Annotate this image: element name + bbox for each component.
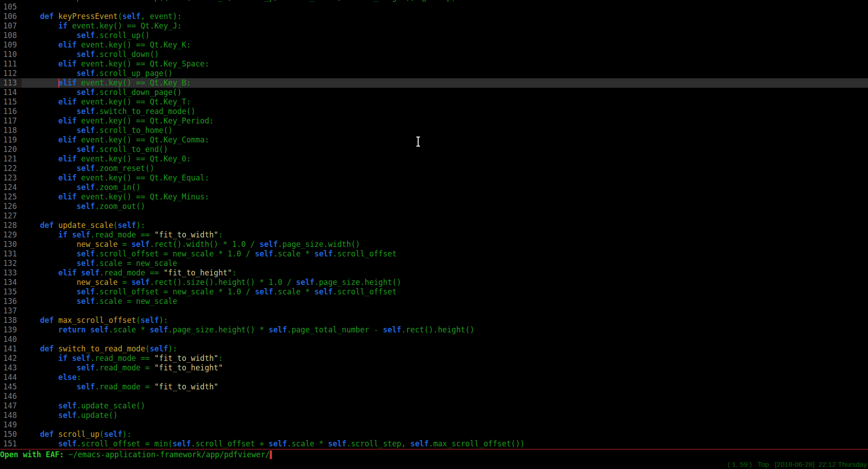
code-line-text[interactable]: self.update_scale() [22,401,868,411]
code-line[interactable]: 125 elif event.key() == Qt.Key_Minus: [0,192,868,202]
code-line[interactable]: 135 self.scroll_offset = new_scale * 1.0… [0,287,868,297]
code-line[interactable]: 144 else: [0,373,868,382]
code-line[interactable]: 139 return self.scale * self.page_size.h… [0,325,868,335]
code-line[interactable]: 124 self.zoom_in() [0,183,868,192]
code-line-text[interactable]: elif event.key() == Qt.Key_Space: [22,59,868,69]
code-line-text[interactable]: self.update() [22,411,868,420]
code-line[interactable]: 108 self.scroll_up() [0,31,868,40]
code-line[interactable]: 150 def scroll_up(self): [0,430,868,439]
code-line[interactable]: 123 elif event.key() == Qt.Key_Equal: [0,173,868,183]
code-line[interactable]: 133 elif self.read_mode == "fit_to_heigh… [0,268,868,278]
code-line-text[interactable] [22,420,868,430]
code-line-text[interactable]: self.scale = new_scale [22,297,868,306]
code-line-text[interactable]: self.scroll_up() [22,31,868,40]
code-line-text[interactable]: self.scroll_up_page() [22,69,868,78]
code-line[interactable]: 115 elif event.key() == Qt.Key_T: [0,97,868,107]
code-line[interactable]: 105 [0,2,868,12]
code-line-text[interactable]: self.scroll_down() [22,50,868,59]
code-line[interactable]: 138 def max_scroll_offset(self): [0,316,868,325]
code-line-text[interactable]: return self.scale * self.page_size.heigh… [22,325,868,335]
code-line-text[interactable]: elif event.key() == Qt.Key_Comma: [22,135,868,145]
line-number: 142 [0,354,22,363]
code-line-text[interactable]: self.scale = new_scale [22,259,868,268]
code-line-text[interactable]: new_scale = self.rect().width() * 1.0 / … [22,240,868,249]
code-line-text[interactable]: def keyPressEvent(self, event): [22,12,868,21]
code-line-text[interactable]: self.scroll_down_page() [22,88,868,97]
code-line-text[interactable] [22,335,868,344]
code-line[interactable]: 127 [0,211,868,221]
code-line[interactable]: 107 if event.key() == Qt.Key_J: [0,21,868,31]
code-line[interactable]: 116 self.switch_to_read_mode() [0,107,868,116]
code-line-text[interactable] [22,2,868,12]
code-line-text[interactable]: if self.read_mode == "fit_to_width": [22,230,868,240]
code-line[interactable]: 132 self.scale = new_scale [0,259,868,268]
code-line-text[interactable]: elif event.key() == Qt.Key_B: [22,78,868,88]
code-line[interactable]: 117 elif event.key() == Qt.Key_Period: [0,116,868,126]
code-line[interactable]: 126 self.zoom_out() [0,202,868,211]
code-line-text[interactable]: elif event.key() == Qt.Key_K: [22,40,868,50]
code-line[interactable]: 114 self.scroll_down_page() [0,88,868,97]
code-line-text[interactable]: self.scroll_to_end() [22,145,868,154]
code-line[interactable]: 110 self.scroll_down() [0,50,868,59]
code-line[interactable]: 128 def update_scale(self): [0,221,868,230]
line-number: 112 [0,69,22,78]
code-line[interactable]: 118 self.scroll_to_home() [0,126,868,135]
code-line[interactable]: 143 self.read_mode = "fit_to_height" [0,363,868,373]
code-line[interactable]: 146 [0,392,868,401]
code-line[interactable]: 112 self.scroll_up_page() [0,69,868,78]
code-line[interactable]: 122 self.zoom_reset() [0,164,868,173]
code-line[interactable]: 129 if self.read_mode == "fit_to_width": [0,230,868,240]
code-line[interactable]: 141 def switch_to_read_mode(self): [0,344,868,354]
code-line[interactable]: 119 elif event.key() == Qt.Key_Comma: [0,135,868,145]
code-line-text[interactable]: self.scroll_offset = new_scale * 1.0 / s… [22,287,868,297]
code-line-text[interactable] [22,392,868,401]
code-line-text[interactable]: elif event.key() == Qt.Key_Minus: [22,192,868,202]
code-line-text[interactable]: self.scroll_offset = min(self.scroll_off… [22,439,868,449]
code-line-text[interactable]: def switch_to_read_mode(self): [22,344,868,354]
code-editor[interactable]: 104 painter.drawPixmap(QRect(render_x, r… [0,2,868,449]
code-line[interactable]: 130 new_scale = self.rect().width() * 1.… [0,240,868,249]
code-line-text[interactable]: self.switch_to_read_mode() [22,107,868,116]
code-line-text[interactable]: self.scroll_offset = new_scale * 1.0 / s… [22,249,868,259]
code-line-text[interactable]: self.zoom_reset() [22,164,868,173]
code-line[interactable]: 120 self.scroll_to_end() [0,145,868,154]
code-line-text[interactable] [22,306,868,316]
status-text: ( 1, 59 ) Top [2018-06-28] 22:12 Thursda… [728,460,867,468]
code-line[interactable]: 136 self.scale = new_scale [0,297,868,306]
code-line-text[interactable]: if event.key() == Qt.Key_J: [22,21,868,31]
code-line-text[interactable]: new_scale = self.rect().size().height() … [22,278,868,287]
code-line[interactable]: 106 def keyPressEvent(self, event): [0,12,868,21]
code-line[interactable]: 131 self.scroll_offset = new_scale * 1.0… [0,249,868,259]
code-line-text[interactable]: if self.read_mode == "fit_to_width": [22,354,868,363]
minibuffer-input[interactable]: ~/emacs-application-framework/app/pdfvie… [69,450,270,459]
code-line-text[interactable]: def max_scroll_offset(self): [22,316,868,325]
code-line-text[interactable]: def update_scale(self): [22,221,868,230]
code-line[interactable]: 149 [0,420,868,430]
code-line-text[interactable]: elif event.key() == Qt.Key_0: [22,154,868,164]
code-line[interactable]: 113 elif event.key() == Qt.Key_B: [0,78,868,88]
code-line-text[interactable]: def scroll_up(self): [22,430,868,439]
code-line[interactable]: 142 if self.read_mode == "fit_to_width": [0,354,868,363]
code-line[interactable]: 134 new_scale = self.rect().size().heigh… [0,278,868,287]
code-line-text[interactable]: else: [22,373,868,382]
code-line-text[interactable]: self.read_mode = "fit_to_width" [22,382,868,392]
code-line-text[interactable]: self.zoom_out() [22,202,868,211]
code-line-text[interactable]: elif event.key() == Qt.Key_T: [22,97,868,107]
code-line[interactable]: 137 [0,306,868,316]
code-line-text[interactable] [22,211,868,221]
code-line-text[interactable]: self.read_mode = "fit_to_height" [22,363,868,373]
code-line[interactable]: 111 elif event.key() == Qt.Key_Space: [0,59,868,69]
code-line[interactable]: 148 self.update() [0,411,868,420]
code-line[interactable]: 140 [0,335,868,344]
code-line[interactable]: 121 elif event.key() == Qt.Key_0: [0,154,868,164]
minibuffer[interactable]: Open with EAF: ~/emacs-application-frame… [0,450,868,460]
code-line[interactable]: 147 self.update_scale() [0,401,868,411]
code-line-text[interactable]: elif self.read_mode == "fit_to_height": [22,268,868,278]
code-line-text[interactable]: self.scroll_to_home() [22,126,868,135]
code-line-text[interactable]: elif event.key() == Qt.Key_Equal: [22,173,868,183]
code-line[interactable]: 145 self.read_mode = "fit_to_width" [0,382,868,392]
code-line[interactable]: 151 self.scroll_offset = min(self.scroll… [0,439,868,449]
code-line-text[interactable]: elif event.key() == Qt.Key_Period: [22,116,868,126]
code-line[interactable]: 109 elif event.key() == Qt.Key_K: [0,40,868,50]
code-line-text[interactable]: self.zoom_in() [22,183,868,192]
